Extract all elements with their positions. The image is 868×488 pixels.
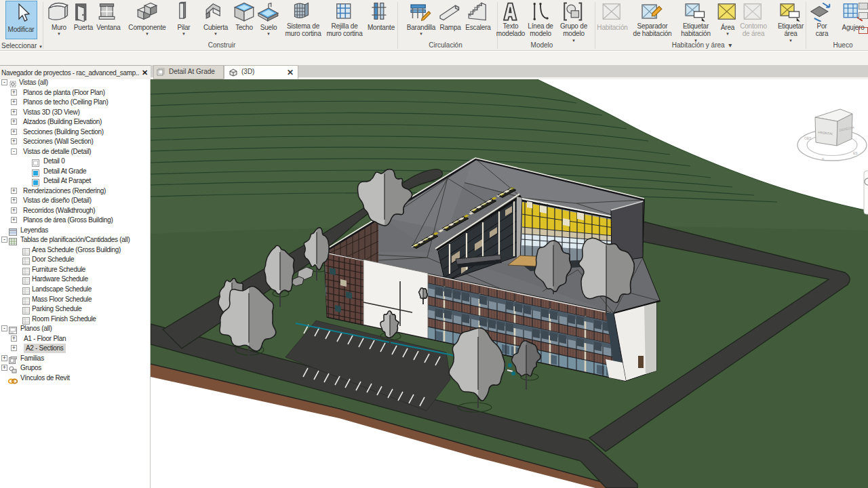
svg-text:S: S [822, 158, 824, 161]
svg-text:OES: OES [804, 136, 812, 140]
svg-text:ES: ES [853, 151, 858, 155]
